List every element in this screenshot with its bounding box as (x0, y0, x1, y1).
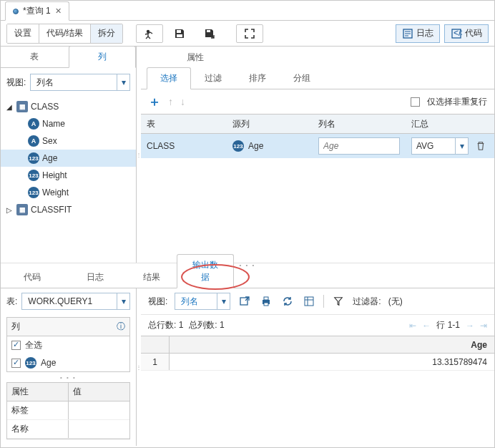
svg-rect-12 (264, 297, 268, 300)
log-panel-button[interactable]: 日志 (396, 24, 440, 43)
svg-rect-13 (264, 303, 268, 306)
total-cols: 总列数: 1 (189, 319, 224, 331)
first-page-button[interactable]: ⇤ (409, 321, 416, 331)
numeric-icon: 123 (28, 170, 39, 181)
bottom-tabs: 代码 日志 结果 输出数据 (1, 267, 494, 288)
select-grid-header: 表 源列 列名 汇总 (141, 114, 494, 134)
tab-log-bottom[interactable]: 日志 (64, 266, 127, 288)
col-check-age[interactable]: 123 Age (7, 354, 129, 371)
prop-row-name[interactable]: 名称 (7, 420, 129, 439)
save-icon (174, 28, 185, 39)
aggregate-select[interactable]: AVG▾ (411, 137, 469, 155)
table-icon: ▦ (16, 204, 28, 215)
prev-page-button[interactable]: ← (422, 321, 431, 331)
tab-attributes[interactable]: 属性 (140, 47, 250, 68)
view-label: 视图: (6, 77, 26, 89)
tree-col-sex[interactable]: ASex (1, 132, 136, 150)
saveas-button[interactable] (196, 24, 223, 43)
tab-filter[interactable]: 过滤 (191, 67, 235, 89)
prop-row-label[interactable]: 标签 (7, 401, 129, 420)
close-icon[interactable]: ✕ (55, 6, 62, 16)
tab-table[interactable]: 表 (1, 46, 69, 67)
row-table-cell: CLASS (141, 141, 227, 151)
settings-button[interactable]: 设置 (7, 24, 39, 43)
svg-rect-3 (207, 30, 210, 32)
dirty-indicator-icon (13, 9, 19, 14)
svg-rect-1 (177, 30, 181, 33)
select-all-checkbox[interactable] (11, 341, 21, 350)
tab-column[interactable]: 列 (69, 46, 137, 68)
save-button[interactable] (166, 24, 193, 43)
delete-row-button[interactable] (476, 141, 486, 151)
chevron-down-icon[interactable]: ▾ (455, 138, 468, 154)
tab-select[interactable]: 选择 (147, 67, 191, 89)
numeric-icon: 123 (232, 140, 244, 152)
add-column-button[interactable]: ＋ (148, 93, 161, 110)
chevron-down-icon[interactable]: ▾ (217, 293, 230, 309)
view-select[interactable]: 列名 ▾ (30, 74, 130, 91)
svg-rect-2 (177, 34, 182, 37)
char-icon: A (28, 118, 39, 130)
filter-label: 过滤器: (353, 296, 381, 308)
tree-node-class[interactable]: ◢ ▦ CLASS (1, 98, 136, 115)
distinct-checkbox[interactable] (411, 97, 420, 107)
tree-col-name[interactable]: AName (1, 115, 136, 132)
tab-code-bottom[interactable]: 代码 (1, 266, 64, 288)
select-all-row[interactable]: 全选 (7, 336, 129, 354)
print-button[interactable] (259, 294, 273, 308)
property-grid: 属性值 标签 名称 (6, 382, 130, 439)
panel-splitter[interactable]: • • • (1, 375, 136, 379)
svg-text:</>: </> (454, 28, 462, 38)
fullscreen-button[interactable] (236, 24, 263, 43)
next-page-button[interactable]: → (466, 321, 474, 331)
split-button[interactable]: 拆分 (91, 24, 122, 43)
row-source-cell: 123 Age (227, 140, 313, 152)
table-label: 表: (6, 296, 17, 308)
move-down-button[interactable]: ↓ (180, 96, 185, 107)
total-rows: 总行数: 1 (148, 319, 183, 331)
select-grid-row[interactable]: CLASS 123 Age AVG▾ (141, 134, 494, 158)
distinct-label: 仅选择非重复行 (427, 96, 487, 108)
age-checkbox[interactable] (11, 359, 21, 368)
bottom-left-pane: 表: WORK.QUERY1▾ 列 ⓘ 全选 123 Age (1, 288, 137, 446)
query-sub-tabs: 选择 过滤 排序 分组 (141, 68, 494, 89)
column-tree: ◢ ▦ CLASS AName ASex 123Age 123Height 12… (1, 97, 136, 263)
chevron-down-icon[interactable]: ▾ (117, 74, 129, 90)
filter-button[interactable] (331, 294, 345, 308)
output-table-select[interactable]: WORK.QUERY1▾ (21, 293, 130, 310)
tree-node-classfit[interactable]: ▷ ▦ CLASSFIT (1, 201, 136, 218)
numeric-icon: 123 (28, 187, 39, 198)
collapse-columns-icon[interactable]: ⓘ (117, 321, 125, 333)
data-row[interactable]: 1 13.315789474 (141, 354, 494, 371)
open-table-button[interactable] (237, 294, 252, 308)
table-icon: ▦ (16, 101, 28, 112)
run-button[interactable] (136, 24, 163, 43)
tree-col-height[interactable]: 123Height (1, 167, 136, 184)
pager-bar: 总行数: 1 总列数: 1 ⇤ ← 行 1-1 → ⇥ (141, 315, 494, 336)
details-icon (303, 296, 315, 307)
left-pane-tabs: 表 列 (1, 47, 136, 68)
tab-result-bottom[interactable]: 结果 (127, 266, 177, 288)
expand-icon[interactable]: ▷ (5, 206, 14, 214)
tab-output-bottom[interactable]: 输出数据 (177, 254, 234, 288)
column-name-input[interactable] (318, 137, 400, 155)
file-tab[interactable]: *查询 1 ✕ (5, 1, 69, 21)
tree-col-weight[interactable]: 123Weight (1, 184, 136, 201)
filter-value: (无) (388, 296, 403, 308)
tree-col-age[interactable]: 123Age (1, 150, 136, 167)
char-icon: A (28, 135, 39, 147)
details-button[interactable] (302, 294, 316, 308)
main-toolbar: 设置 代码/结果 拆分 日志 </> 代码 (1, 21, 494, 47)
code-panel-button[interactable]: </> 代码 (444, 24, 489, 43)
col-header-age[interactable]: Age (170, 340, 494, 350)
file-tab-title: *查询 1 (23, 5, 51, 17)
tab-sort[interactable]: 排序 (235, 67, 280, 89)
collapse-icon[interactable]: ◢ (5, 103, 14, 111)
refresh-button[interactable] (280, 294, 295, 308)
move-up-button[interactable]: ↑ (168, 96, 173, 107)
br-view-select[interactable]: 列名▾ (175, 293, 230, 310)
tab-group[interactable]: 分组 (280, 67, 324, 89)
chevron-down-icon[interactable]: ▾ (117, 293, 129, 309)
code-results-button[interactable]: 代码/结果 (39, 24, 91, 43)
last-page-button[interactable]: ⇥ (480, 321, 487, 331)
